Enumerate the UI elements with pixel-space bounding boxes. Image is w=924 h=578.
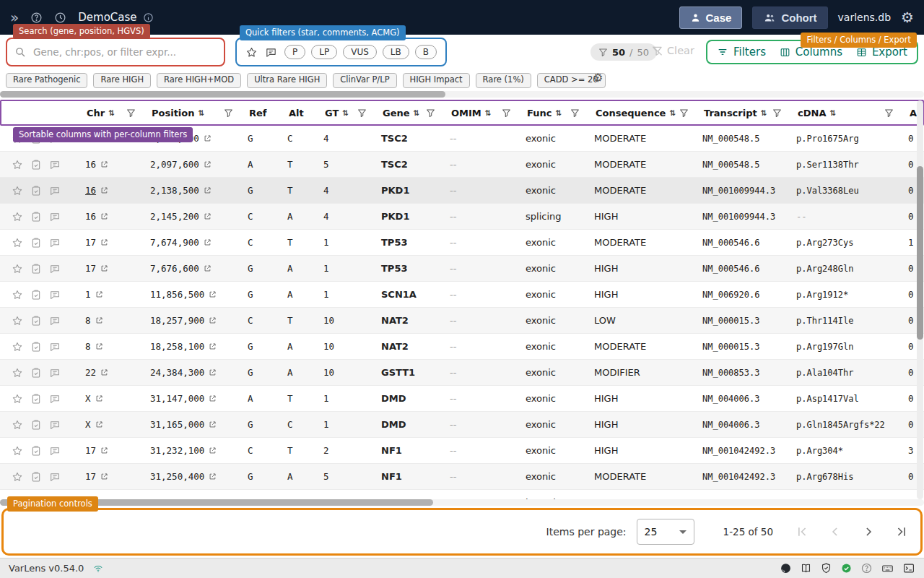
last-page-button[interactable] (894, 525, 909, 539)
report-icon[interactable] (30, 185, 42, 197)
report-icon[interactable] (30, 419, 42, 431)
cell-gene[interactable]: PKD1 (375, 185, 444, 196)
star-icon[interactable] (12, 341, 23, 353)
external-link-icon[interactable] (95, 342, 103, 350)
star-icon[interactable] (12, 237, 23, 249)
scrollbar-thumb[interactable] (0, 91, 445, 98)
cell-gene[interactable]: TP53 (375, 263, 444, 274)
table-row[interactable]: 16 2,138,500 G T 4 PKD1 -- exonic MODERA… (0, 178, 924, 204)
preset-chip[interactable]: Rare (1%) (476, 73, 531, 88)
external-link-icon[interactable] (209, 473, 217, 480)
sort-icon[interactable]: ⇅ (199, 108, 205, 117)
star-icon[interactable] (12, 159, 23, 171)
scrollbar-thumb[interactable] (917, 166, 923, 340)
cell-position[interactable]: 2,097,600 (144, 159, 242, 170)
comment-icon[interactable] (49, 289, 61, 301)
comment-icon[interactable] (49, 341, 61, 353)
external-link-icon[interactable] (95, 420, 103, 428)
table-row[interactable]: 17 31,232,100 C T 2 NF1 -- exonic HIGH N… (0, 438, 924, 464)
sort-icon[interactable]: ⇅ (108, 108, 115, 117)
star-icon[interactable] (12, 419, 23, 431)
external-link-icon[interactable] (209, 342, 217, 350)
column-filter-icon[interactable] (426, 108, 435, 118)
comment-icon[interactable] (49, 367, 61, 379)
cell-gene[interactable]: NAT2 (375, 341, 444, 352)
report-icon[interactable] (30, 211, 42, 223)
external-link-icon[interactable] (100, 368, 108, 376)
column-header[interactable]: OMIM ⇅ (445, 101, 521, 124)
report-icon[interactable] (30, 445, 42, 457)
acmg-pill[interactable]: VUS (343, 45, 377, 59)
sort-icon[interactable]: ⇅ (669, 108, 676, 117)
comment-icon[interactable] (49, 419, 61, 431)
comments-filter-icon[interactable] (265, 46, 277, 59)
external-link-icon[interactable] (204, 134, 212, 142)
comment-icon[interactable] (49, 471, 61, 483)
preset-chip[interactable]: HIGH Impact (403, 73, 470, 88)
acmg-pill[interactable]: LB (383, 45, 409, 59)
cell-position[interactable]: 31,147,000 (144, 393, 242, 404)
star-icon[interactable] (12, 185, 23, 197)
search-input[interactable] (32, 46, 217, 59)
external-link-icon[interactable] (95, 394, 103, 402)
case-tab[interactable]: Case (679, 7, 743, 29)
column-header[interactable]: Ref (243, 101, 283, 124)
report-icon[interactable] (30, 289, 42, 301)
external-link-icon[interactable] (204, 238, 212, 246)
horizontal-scrollbar-bottom[interactable] (0, 499, 924, 506)
cell-position[interactable]: 7,674,900 (144, 237, 242, 248)
cell-chr[interactable]: X (79, 393, 144, 404)
cell-gene[interactable]: NF1 (375, 445, 444, 456)
star-icon[interactable] (12, 315, 23, 327)
star-icon[interactable] (12, 367, 23, 379)
cell-chr[interactable]: 8 (79, 341, 144, 352)
cell-position[interactable]: 31,165,000 (144, 419, 242, 430)
column-header[interactable]: Func ⇅ (521, 101, 590, 124)
cell-chr[interactable]: 17 (79, 471, 144, 482)
horizontal-scrollbar-top[interactable] (0, 91, 924, 98)
preset-chip[interactable]: Rare HIGH (93, 73, 151, 88)
star-icon[interactable] (12, 263, 23, 275)
report-icon[interactable] (30, 367, 42, 379)
cell-position[interactable]: 2,138,500 (144, 185, 242, 196)
cell-position[interactable]: 31,232,100 (144, 445, 242, 456)
column-header[interactable]: Consequence ⇅ (590, 101, 698, 124)
terminal-icon[interactable] (902, 562, 915, 574)
column-filter-icon[interactable] (502, 108, 511, 118)
cell-chr[interactable]: 17 (79, 237, 144, 248)
comment-icon[interactable] (49, 263, 61, 275)
external-link-icon[interactable] (100, 447, 108, 454)
preset-chip[interactable]: Rare Pathogenic (6, 73, 87, 88)
preset-settings-gear-icon[interactable]: ⚙ (593, 72, 603, 84)
cell-chr[interactable]: 16 (79, 159, 144, 170)
items-per-page-select[interactable]: 25 (637, 519, 694, 545)
cell-gene[interactable]: NF1 (375, 497, 444, 499)
acmg-pill[interactable]: B (415, 45, 437, 59)
docs-icon[interactable] (800, 562, 812, 574)
cell-gene[interactable]: GSTT1 (375, 367, 444, 378)
column-header[interactable]: Chr ⇅ (81, 101, 146, 124)
comment-icon[interactable] (49, 237, 61, 249)
comment-icon[interactable] (49, 445, 61, 457)
external-link-icon[interactable] (100, 186, 108, 194)
table-row[interactable]: 17 7,674,900 C T 1 TP53 -- exonic MODERA… (0, 230, 924, 256)
external-link-icon[interactable] (209, 499, 217, 499)
star-icon[interactable] (12, 445, 23, 457)
column-filter-icon[interactable] (224, 108, 233, 118)
table-row[interactable]: 16 2,097,600 A T 5 TSC2 -- exonic MODERA… (0, 152, 924, 178)
table-row[interactable]: 22 24,384,300 G A 10 GSTT1 -- exonic MOD… (0, 360, 924, 386)
external-link-icon[interactable] (204, 264, 212, 272)
cell-position[interactable]: 24,384,300 (144, 367, 242, 378)
comment-icon[interactable] (49, 315, 61, 327)
info-icon[interactable] (143, 12, 154, 23)
cell-position[interactable]: 18,258,100 (144, 341, 242, 352)
cell-chr[interactable]: X (79, 419, 144, 430)
first-page-button[interactable] (795, 525, 809, 539)
acmg-pill[interactable]: P (284, 45, 305, 59)
comment-icon[interactable] (49, 211, 61, 223)
comment-icon[interactable] (49, 393, 61, 405)
keyboard-icon[interactable] (881, 562, 894, 574)
table-row[interactable]: X 31,147,000 A T 1 DMD -- exonic HIGH NM… (0, 386, 924, 412)
external-link-icon[interactable] (209, 368, 217, 376)
preset-chip[interactable]: Rare HIGH+MOD (157, 73, 241, 88)
